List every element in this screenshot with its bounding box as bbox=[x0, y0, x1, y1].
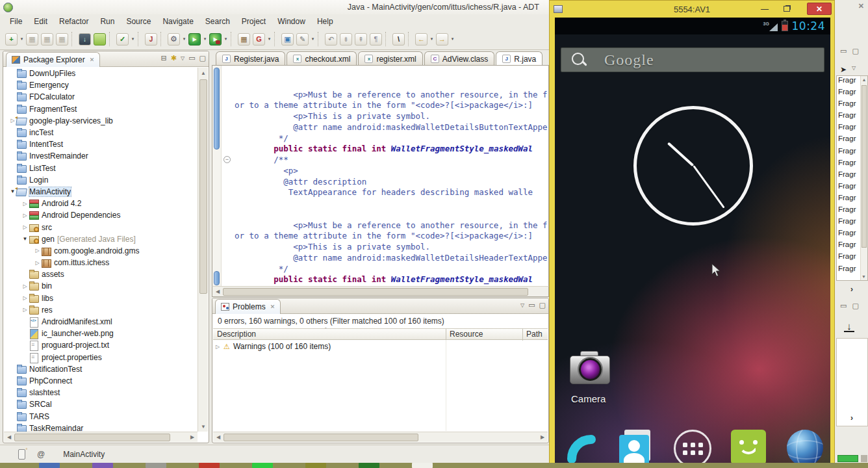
column-path[interactable]: Path bbox=[522, 330, 542, 339]
forward-history-dropdown-icon[interactable]: ▾ bbox=[450, 33, 455, 46]
problems-horizontal-scrollbar[interactable]: ◀ ▶ bbox=[213, 432, 548, 442]
tree-item-google-play-services-lib[interactable]: ▷google-play-services_lib bbox=[4, 115, 198, 127]
last-edit-location-icon[interactable] bbox=[325, 33, 337, 46]
expander-icon[interactable]: ▷ bbox=[21, 213, 29, 218]
maximize-icon[interactable]: ▢ bbox=[852, 47, 858, 55]
tree-item-bin[interactable]: ▷bin bbox=[4, 280, 198, 292]
tree-item-login[interactable]: Login bbox=[4, 174, 198, 186]
editor-tab-checkout-xml[interactable]: xcheckout.xml bbox=[287, 51, 357, 66]
annotate-icon[interactable] bbox=[296, 33, 309, 46]
show-whitespace-icon[interactable] bbox=[370, 33, 382, 46]
minimize-icon[interactable]: ▭ bbox=[188, 54, 195, 62]
tree-horizontal-scrollbar[interactable]: ◀ ▶ bbox=[4, 432, 198, 442]
save-all-icon[interactable] bbox=[41, 33, 53, 46]
taskbar-item[interactable] bbox=[39, 463, 60, 468]
expander-icon[interactable]: ▷ bbox=[21, 283, 29, 289]
gwt-compile-dropdown-icon[interactable]: ▾ bbox=[266, 33, 272, 46]
run-dropdown-icon[interactable]: ▾ bbox=[202, 33, 208, 46]
maximize-icon[interactable]: ▢ bbox=[852, 302, 858, 310]
annotate-dropdown-icon[interactable]: ▾ bbox=[310, 33, 316, 46]
tree-item-com-ittus-ichess[interactable]: ▷com.ittus.ichess bbox=[4, 257, 198, 268]
new-package-icon[interactable] bbox=[281, 33, 294, 46]
expander-icon[interactable]: ▷ bbox=[21, 201, 29, 207]
editor-horizontal-scrollbar[interactable]: ◀ bbox=[212, 286, 549, 297]
back-history-dropdown-icon[interactable]: ▾ bbox=[429, 33, 435, 46]
google-search-bar[interactable]: Google bbox=[561, 47, 824, 72]
menu-window[interactable]: Window bbox=[272, 16, 311, 27]
tree-item-taskremaindar[interactable]: TaskRemaindar bbox=[4, 422, 198, 432]
new-test-icon[interactable] bbox=[116, 33, 129, 46]
debug-icon[interactable] bbox=[168, 33, 180, 46]
expander-icon[interactable]: ▷ bbox=[21, 224, 29, 230]
maximize-button[interactable] bbox=[777, 3, 797, 15]
code-area[interactable]: <p>Must be a reference to another resour… bbox=[235, 68, 548, 286]
run-icon[interactable] bbox=[188, 33, 201, 46]
run-external-tools-icon[interactable] bbox=[209, 33, 222, 46]
maximize-icon[interactable]: ▢ bbox=[199, 54, 206, 62]
close-icon[interactable]: ✕ bbox=[90, 57, 95, 63]
print-icon[interactable] bbox=[56, 33, 68, 46]
problems-warning-group-row[interactable]: ▷ ⚠ Warnings (100 of 160 items) bbox=[213, 341, 548, 352]
list-scrollbar[interactable]: ▲ ▼ bbox=[860, 76, 867, 280]
maximize-icon[interactable]: ▢ bbox=[539, 301, 546, 309]
taskbar-item[interactable] bbox=[199, 463, 220, 468]
messaging-app-icon[interactable] bbox=[731, 430, 769, 463]
minimize-icon[interactable]: ▭ bbox=[528, 301, 535, 309]
android-sdk-manager-icon[interactable] bbox=[79, 33, 91, 46]
app-drawer-app-icon[interactable] bbox=[674, 430, 711, 463]
tree-item-slashtest[interactable]: slashtest bbox=[4, 387, 198, 398]
view-menu-icon[interactable]: ▽ bbox=[520, 302, 524, 308]
tree-item-libs[interactable]: ▷libs bbox=[4, 292, 198, 304]
run-external-tools-dropdown-icon[interactable]: ▾ bbox=[223, 33, 229, 46]
coverage-icon[interactable] bbox=[238, 33, 250, 46]
forward-history-icon[interactable] bbox=[436, 33, 448, 46]
editor[interactable]: −− <p>Must be a reference to another res… bbox=[212, 65, 549, 286]
tree-item-investremainder[interactable]: InvestRemainder bbox=[4, 150, 198, 162]
tree-item-src[interactable]: ▷src bbox=[4, 221, 198, 233]
tree-item-mainactivity[interactable]: ▼MainActivity bbox=[4, 186, 198, 198]
taskbar-item[interactable] bbox=[305, 463, 326, 468]
taskbar-item[interactable] bbox=[92, 463, 113, 468]
editor-tab-r-java[interactable]: JR.java bbox=[496, 51, 542, 66]
taskbar-item[interactable] bbox=[359, 463, 379, 468]
expander-icon[interactable]: ▷ bbox=[34, 260, 41, 266]
problems-tab[interactable]: Problems ✕ bbox=[215, 299, 281, 314]
project-tree[interactable]: DownUpFilesEmergencyFDCalculatorFragment… bbox=[4, 68, 198, 432]
menu-navigate[interactable]: Navigate bbox=[157, 16, 199, 27]
editor-tab-register-java[interactable]: JRegister.java bbox=[216, 51, 285, 66]
fold-collapse-icon[interactable]: − bbox=[223, 156, 231, 163]
tree-item-emergency[interactable]: Emergency bbox=[4, 79, 198, 91]
avd-manager-icon[interactable] bbox=[94, 33, 106, 46]
view-menu-icon[interactable]: ▽ bbox=[852, 65, 856, 74]
filters-icon[interactable]: ✱ bbox=[171, 54, 177, 62]
browser-app-icon[interactable] bbox=[787, 430, 824, 463]
menu-help[interactable]: Help bbox=[311, 16, 339, 27]
menu-search[interactable]: Search bbox=[199, 16, 236, 27]
chevron-right-icon[interactable]: › bbox=[850, 285, 853, 294]
taskbar-item[interactable] bbox=[412, 463, 433, 468]
column-resource[interactable]: Resource bbox=[446, 330, 483, 339]
camera-app-icon[interactable]: Camera bbox=[570, 349, 611, 411]
editor-tab-adview-class[interactable]: CAdView.class bbox=[424, 51, 494, 66]
debug-dropdown-icon[interactable]: ▾ bbox=[181, 33, 187, 46]
taskbar-green-item[interactable] bbox=[837, 455, 858, 462]
tree-item-androidmanifest-xml[interactable]: AndroidManifest.xml bbox=[4, 316, 198, 328]
windows-taskbar[interactable] bbox=[0, 463, 868, 468]
tree-item-android-4-2[interactable]: ▷Android 4.2 bbox=[4, 198, 198, 209]
menu-file[interactable]: File bbox=[4, 16, 28, 27]
new-wizard-icon[interactable] bbox=[5, 33, 18, 46]
tree-item-inctest[interactable]: incTest bbox=[4, 127, 198, 138]
people-app-icon[interactable] bbox=[618, 430, 656, 463]
expander-icon[interactable]: ▼ bbox=[21, 236, 29, 242]
tree-vertical-scrollbar[interactable]: ▲ ▼ bbox=[198, 68, 208, 432]
editor-tab-register-xml[interactable]: xregister.xml bbox=[358, 51, 422, 66]
next-annotation-icon[interactable] bbox=[340, 33, 352, 46]
chevron-right-icon[interactable]: › bbox=[850, 413, 853, 422]
menu-edit[interactable]: Edit bbox=[28, 16, 53, 27]
new-wizard-dropdown-icon[interactable]: ▾ bbox=[19, 33, 25, 46]
tree-item-phpconnect[interactable]: PhpConnect bbox=[4, 375, 198, 387]
close-button[interactable]: ✕ bbox=[807, 3, 832, 15]
gwt-compile-icon[interactable] bbox=[253, 33, 265, 46]
tree-item-listtest[interactable]: ListTest bbox=[4, 162, 198, 174]
tree-item-tars[interactable]: TARS bbox=[4, 410, 198, 422]
